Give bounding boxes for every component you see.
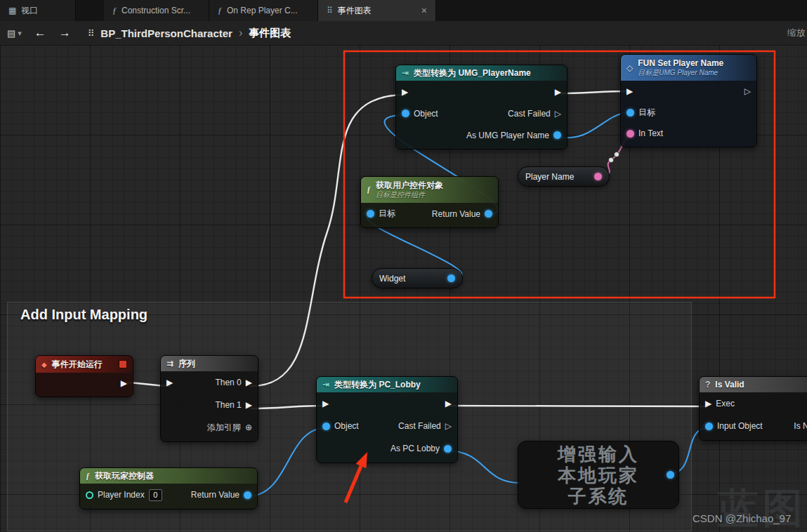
then0-pin[interactable]: ▶ xyxy=(246,378,252,387)
return-value-pin[interactable] xyxy=(667,471,674,479)
chevron-down-icon[interactable]: ▾ xyxy=(18,29,22,38)
widget-output-pin[interactable] xyxy=(447,274,455,282)
function-icon: ◇ xyxy=(626,63,633,73)
cast-icon: ⇥ xyxy=(402,68,409,78)
tab-bar: ▦ 视口 ƒ Construction Scr... ƒ On Rep Play… xyxy=(0,0,807,21)
node-event-begin-play[interactable]: ◆ 事件开始运行 ▶ xyxy=(35,355,133,397)
node-fun-set-player-name[interactable]: ◇ FUN Set Player Name 目标是UMG Player Name… xyxy=(620,54,757,147)
exec-out-pin[interactable]: ▷ xyxy=(744,87,751,95)
graph-icon: ⠿ xyxy=(327,6,333,15)
exec-out-pin[interactable]: ▶ xyxy=(555,88,561,96)
close-icon[interactable]: × xyxy=(421,5,427,16)
breadcrumb-root[interactable]: BP_ThirdPersonCharacter xyxy=(100,27,232,39)
node-title: 获取玩家控制器 xyxy=(95,470,154,482)
node-is-valid[interactable]: ? Is Valid ▶Exec Input Object Is Not Val… xyxy=(699,376,807,441)
pin-label: Exec xyxy=(716,399,735,408)
pin-label: Cast Failed xyxy=(398,421,441,431)
tab-viewport[interactable]: ▦ 视口 xyxy=(0,0,76,21)
question-icon: ? xyxy=(705,380,710,390)
node-header: ◆ 事件开始运行 xyxy=(36,356,133,373)
target-pin[interactable] xyxy=(626,109,634,117)
cast-failed-pin[interactable]: ▷ xyxy=(445,422,452,430)
player-index-value[interactable]: 0 xyxy=(149,489,162,501)
exec-out-pin[interactable]: ▶ xyxy=(121,379,127,387)
node-cast-umg-playername[interactable]: ⇥ 类型转换为 UMG_PlayerName ▶ ▶ Object Cast F… xyxy=(395,65,567,149)
as-umg-player-name-pin[interactable] xyxy=(553,131,561,139)
in-text-pin[interactable] xyxy=(626,130,634,138)
cast-icon: ⇥ xyxy=(322,380,329,390)
function-icon: ƒ xyxy=(218,6,222,16)
pin-label: Then 1 xyxy=(215,400,241,410)
tab-event-graph[interactable]: ⠿ 事件图表 × xyxy=(318,0,436,21)
pin-label: Input Object xyxy=(717,421,763,431)
as-pc-lobby-pin[interactable] xyxy=(444,445,452,453)
player-name-output-pin[interactable] xyxy=(594,173,602,180)
panel-icon[interactable]: ▤ xyxy=(7,28,15,39)
variable-label: Widget xyxy=(379,274,405,284)
return-value-pin[interactable] xyxy=(485,210,492,218)
node-header: ⇉ 序列 xyxy=(161,356,258,371)
pin-label: Return Value xyxy=(432,209,480,219)
node-subtitle: 目标是控件组件 xyxy=(376,191,443,200)
input-object-pin[interactable] xyxy=(705,423,713,430)
pin-label: Is Not Valid xyxy=(794,421,807,431)
node-title-line: 增强输入 xyxy=(558,444,639,465)
exec-out-pin[interactable]: ▶ xyxy=(445,399,452,408)
tab-label: Construction Scr... xyxy=(122,6,190,15)
viewport-icon: ▦ xyxy=(8,6,16,15)
exec-in-pin[interactable]: ▶ xyxy=(626,87,633,95)
then1-pin[interactable]: ▶ xyxy=(246,401,252,409)
variable-node-player-name[interactable]: Player Name xyxy=(518,166,610,187)
node-get-player-controller[interactable]: ƒ 获取玩家控制器 Player Index 0 Return Value xyxy=(79,467,258,510)
function-icon: ƒ xyxy=(112,6,117,16)
target-pin[interactable] xyxy=(367,210,374,218)
tab-construction-script[interactable]: ƒ Construction Scr... xyxy=(104,0,209,21)
variable-node-widget[interactable]: Widget xyxy=(372,268,463,288)
breadcrumb-separator: › xyxy=(239,27,242,39)
node-enhanced-input-local-player-subsystem[interactable]: 增强输入 本地玩家 子系统 xyxy=(518,441,679,509)
forward-button[interactable]: → xyxy=(59,26,71,40)
node-header: ⇥ 类型转换为 PC_Lobby xyxy=(317,377,457,392)
pin-label: Return Value xyxy=(191,490,240,500)
pin-label: Then 0 xyxy=(215,378,241,387)
watermark-background: 蓝图 xyxy=(718,481,806,532)
variable-label: Player Name xyxy=(525,172,574,182)
tab-on-rep-player[interactable]: ƒ On Rep Player C... xyxy=(209,0,318,21)
event-icon: ◆ xyxy=(41,361,47,368)
exec-in-pin[interactable]: ▶ xyxy=(705,399,711,408)
node-get-user-widget-object[interactable]: ƒ 获取用户控件对象 目标是控件组件 目标 Return Value xyxy=(360,176,499,228)
pin-label: 目标 xyxy=(379,208,395,220)
sequence-icon: ⇉ xyxy=(166,359,173,368)
zoom-label: 缩放 xyxy=(787,27,807,39)
player-index-pin[interactable] xyxy=(86,491,93,499)
pin-label: As UMG Player Name xyxy=(466,131,549,140)
comment-title: Add Input Mapping xyxy=(8,302,691,323)
back-button[interactable]: ← xyxy=(34,26,46,40)
tab-label: 事件图表 xyxy=(338,5,372,17)
exec-in-pin[interactable]: ▶ xyxy=(402,88,408,96)
breadcrumb-current[interactable]: 事件图表 xyxy=(249,27,291,40)
node-sequence[interactable]: ⇉ 序列 ▶ Then 0▶ Then 1▶ 添加引脚⊕ xyxy=(160,355,258,442)
return-value-pin[interactable] xyxy=(244,491,251,499)
cast-failed-pin[interactable]: ▷ xyxy=(555,109,561,118)
node-title: 事件开始运行 xyxy=(52,359,103,371)
tab-label: On Rep Player C... xyxy=(227,6,298,15)
pin-label: As PC Lobby xyxy=(391,444,440,453)
exec-in-pin[interactable]: ▶ xyxy=(322,399,329,408)
object-pin[interactable] xyxy=(402,109,409,117)
node-title: Is Valid xyxy=(715,380,744,390)
pin-label: Player Index xyxy=(98,490,145,500)
pin-label: Object xyxy=(334,421,359,431)
exec-in-pin[interactable]: ▶ xyxy=(166,378,173,387)
node-header: ◇ FUN Set Player Name 目标是UMG Player Name xyxy=(621,55,756,81)
add-pin-button[interactable]: 添加引脚⊕ xyxy=(207,422,252,434)
node-header: ⇥ 类型转换为 UMG_PlayerName xyxy=(396,65,567,81)
tab-label: 视口 xyxy=(21,5,38,17)
node-title: 获取用户控件对象 xyxy=(376,180,443,191)
pin-label: Cast Failed xyxy=(508,109,551,119)
node-cast-pc-lobby[interactable]: ⇥ 类型转换为 PC_Lobby ▶ ▶ Object Cast Failed▷… xyxy=(316,376,458,463)
pure-function-icon: ƒ xyxy=(367,185,371,195)
debug-badge xyxy=(119,360,127,368)
node-subtitle: 目标是UMG Player Name xyxy=(638,69,723,78)
object-pin[interactable] xyxy=(322,423,330,430)
